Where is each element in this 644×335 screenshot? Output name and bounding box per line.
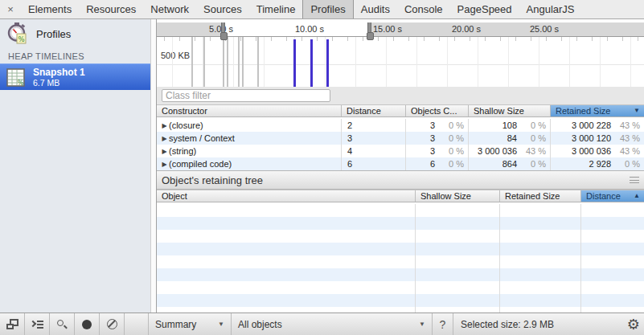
column-header-distance[interactable]: Distance <box>342 105 406 116</box>
tab-elements[interactable]: Elements <box>21 0 79 18</box>
help-button[interactable]: ? <box>433 313 453 335</box>
ruler-minor-tick <box>576 37 577 41</box>
chart-gridline-vertical <box>355 37 356 87</box>
tab-console[interactable]: Console <box>397 0 450 18</box>
chart-gridline-vertical <box>447 37 448 87</box>
retaining-tree-header: Object Shallow Size Retained Size Distan… <box>157 190 644 202</box>
ruler-minor-tick <box>256 37 256 41</box>
ruler-minor-tick <box>561 37 562 41</box>
chart-gridline-vertical <box>233 37 234 87</box>
clear-icon <box>107 319 117 329</box>
chart-gridline-vertical <box>386 37 387 87</box>
retaining-tree-section-bar[interactable]: Object's retaining tree <box>157 170 644 190</box>
ruler-minor-tick <box>286 37 287 41</box>
tab-sources[interactable]: Sources <box>196 0 249 18</box>
chevron-down-icon: ▼ <box>218 321 224 328</box>
tab-profiles[interactable]: Profiles <box>302 0 353 18</box>
sidebar-profiles-label: Profiles <box>36 28 71 40</box>
constructor-table-body: (closure) 2 30 % 1080 % 3 000 22843 % sy… <box>157 119 644 170</box>
selection-handle-left-knob[interactable] <box>220 32 228 40</box>
expand-arrow-icon[interactable] <box>160 145 169 157</box>
sidebar-item-profiles[interactable]: % Profiles <box>0 21 150 47</box>
retaining-tree-empty-row <box>157 204 644 217</box>
retaining-tree-empty-row <box>157 255 644 268</box>
tabbar: × Elements Resources Network Sources Tim… <box>0 0 644 19</box>
ruler-minor-tick <box>164 37 165 41</box>
expand-arrow-icon[interactable] <box>160 158 169 170</box>
gear-icon[interactable]: ⚙ <box>627 316 640 333</box>
column-header-shallow-size[interactable]: Shallow Size <box>469 105 551 116</box>
snapshot-title: Snapshot 1 <box>33 67 85 78</box>
selection-handle-right[interactable] <box>367 22 371 36</box>
console-drawer-button[interactable] <box>25 313 50 335</box>
ruler-minor-tick <box>470 37 470 41</box>
ruler-minor-tick <box>454 37 455 41</box>
column-header-objects-count[interactable]: Objects C... <box>406 105 469 116</box>
snapshot-size: 6.7 MB <box>33 78 85 88</box>
ruler-minor-tick <box>424 37 425 41</box>
tab-timeline[interactable]: Timeline <box>249 0 303 18</box>
table-row-compiled-code[interactable]: (compiled code) 6 60 % 8640 % 2 9280 % <box>157 157 644 170</box>
chart-gridline-horizontal <box>157 64 644 65</box>
column-header-rt-shallow-size[interactable]: Shallow Size <box>416 190 500 202</box>
retaining-tree-empty-row <box>157 230 644 243</box>
y-axis-label: 500 KB <box>159 51 191 60</box>
selection-handle-left[interactable] <box>221 22 225 36</box>
svg-text:%: % <box>18 79 24 86</box>
retaining-tree-empty-row <box>157 217 644 230</box>
table-row-closure[interactable]: (closure) 2 30 % 1080 % 3 000 22843 % <box>157 119 644 132</box>
heap-snapshot-panel: 5.00 s 10.00 s 15.00 s 20.00 s 25.00 s 5… <box>157 19 644 313</box>
timeline-chart[interactable]: 500 KB <box>157 37 644 87</box>
close-icon[interactable]: × <box>0 0 21 18</box>
section-grip-icon[interactable] <box>630 177 639 183</box>
sidebar-item-snapshot-1[interactable]: % Snapshot 1 6.7 MB <box>0 63 150 90</box>
table-row-string[interactable]: (string) 4 30 % 3 000 03643 % 3 000 0364… <box>157 145 644 157</box>
column-header-retained-size[interactable]: Retained Size ▼ <box>551 105 644 116</box>
ruler-minor-tick <box>317 37 318 41</box>
ruler-minor-tick <box>622 37 623 41</box>
devtools-window: × Elements Resources Network Sources Tim… <box>0 0 644 335</box>
table-row-system-context[interactable]: system / Context 3 30 % 840 % 3 000 1204… <box>157 132 644 145</box>
tab-pagespeed[interactable]: PageSpeed <box>450 0 519 18</box>
ruler-minor-tick <box>439 37 440 41</box>
selected-size-status: Selected size: 2.9 MB <box>453 313 644 335</box>
tab-resources[interactable]: Resources <box>79 0 143 18</box>
tab-angularjs[interactable]: AngularJS <box>519 0 582 18</box>
view-mode-select[interactable]: Summary ▼ <box>149 313 232 335</box>
ruler-minor-tick <box>363 37 363 41</box>
statusbar-spacer <box>125 313 149 335</box>
ruler-minor-tick <box>485 37 486 41</box>
chart-gridline-vertical <box>172 37 173 87</box>
sidebar-scrollbar[interactable] <box>150 19 156 313</box>
retaining-tree-title: Object's retaining tree <box>162 174 263 186</box>
column-header-object[interactable]: Object <box>157 190 416 202</box>
record-heap-snapshot-button[interactable] <box>75 313 100 335</box>
selection-handle-right-knob[interactable] <box>367 32 374 40</box>
chart-gridline-vertical <box>416 37 417 87</box>
clear-profiles-button[interactable] <box>100 313 125 335</box>
ruler-minor-tick <box>179 37 180 41</box>
search-button[interactable] <box>50 313 75 335</box>
timeline-ruler[interactable]: 5.00 s 10.00 s 15.00 s 20.00 s 25.00 s <box>157 22 644 37</box>
expand-arrow-icon[interactable] <box>160 120 169 132</box>
chart-gridline-vertical <box>325 37 326 87</box>
column-header-rt-distance[interactable]: Distance ▲ <box>581 190 644 202</box>
tab-audits[interactable]: Audits <box>354 0 397 18</box>
chart-gridline-vertical <box>508 37 509 87</box>
heap-timelines-label: HEAP TIMELINES <box>8 51 84 61</box>
objects-filter-select[interactable]: All objects ▼ <box>232 313 433 335</box>
ruler-minor-tick <box>500 37 501 41</box>
record-icon <box>82 320 92 329</box>
profiles-sidebar: % Profiles HEAP TIMELINES % Snapshot 1 <box>0 19 157 313</box>
class-filter-input[interactable] <box>162 89 330 102</box>
ruler-minor-tick <box>408 37 409 41</box>
retaining-tree-empty-row <box>157 307 644 313</box>
expand-arrow-icon[interactable] <box>160 133 169 145</box>
sort-asc-icon: ▲ <box>634 190 640 202</box>
allocation-bar-collected <box>227 37 228 87</box>
chart-gridline-vertical <box>264 37 265 87</box>
column-header-constructor[interactable]: Constructor <box>157 105 342 116</box>
dock-button[interactable] <box>0 313 25 335</box>
column-header-rt-retained-size[interactable]: Retained Size <box>500 190 581 202</box>
tab-network[interactable]: Network <box>143 0 196 18</box>
